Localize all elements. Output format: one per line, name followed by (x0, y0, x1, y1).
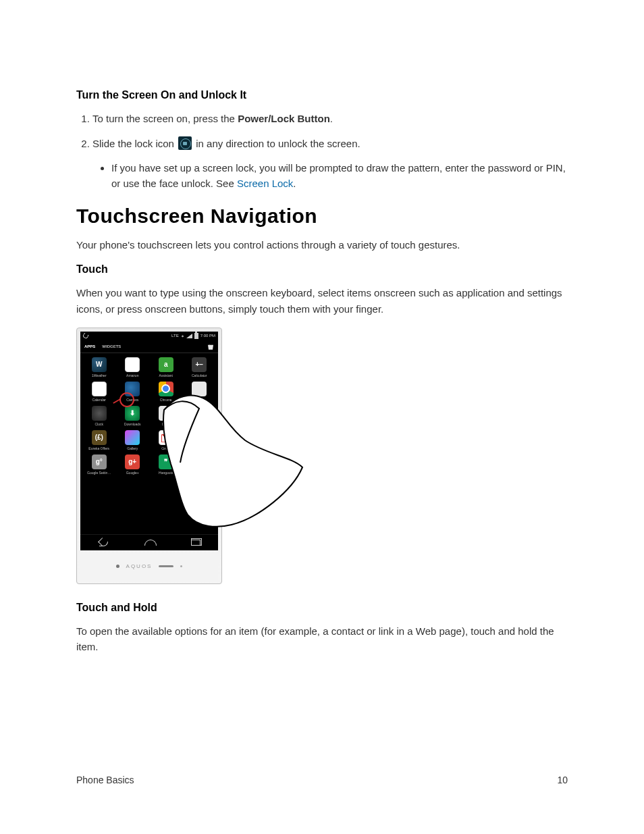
phone-screen: LTE ✶ 7:00 PM APPS WIDGETS W1WeatherAmaz… (80, 332, 218, 550)
app-label: Assistant (153, 373, 180, 377)
app-eureka-offers[interactable]: (£)Eureka Offers (84, 430, 114, 450)
amazon-icon (125, 357, 140, 372)
step-2-text-a: Slide the lock icon (92, 138, 177, 149)
step-2-text-b: in any direction to unlock the screen. (193, 138, 360, 149)
touch-paragraph: When you want to type using the onscreen… (76, 285, 568, 317)
step-1-text-c: . (330, 113, 333, 124)
app-lumen-toolbar[interactable]: Lumen Toolbar (185, 454, 215, 475)
app-label: Google+ (119, 471, 146, 475)
nav-back-icon[interactable] (98, 539, 110, 546)
signal-icon (186, 334, 192, 338)
nav-recent-icon[interactable] (191, 540, 200, 546)
app-amazon[interactable]: Amazon (118, 357, 148, 377)
app-label: Gmail (153, 446, 180, 450)
1weather-icon: W (92, 357, 107, 372)
app-drive[interactable]: Drive (151, 406, 181, 426)
app-assistant[interactable]: aAssistant (151, 357, 181, 377)
google-settin-icon: g° (92, 454, 107, 469)
heading-touch-and-hold: Touch and Hold (76, 602, 568, 614)
drive-icon (159, 406, 173, 421)
downloads-icon: ⬇ (125, 406, 140, 421)
tab-widgets[interactable]: WIDGETS (102, 344, 121, 348)
clip-now-icon (192, 382, 207, 396)
app-label: Clip Now (186, 398, 213, 402)
app-gallery[interactable]: Gallery (118, 430, 148, 450)
app-empty (185, 430, 215, 450)
lock-icon (178, 136, 192, 150)
status-right: LTE ✶ 7:00 PM (171, 333, 215, 339)
tab-apps[interactable]: APPS (84, 344, 95, 348)
app-label: Downloads (119, 422, 146, 426)
status-bar: LTE ✶ 7:00 PM (80, 332, 218, 340)
app-1weather[interactable]: W1Weather (84, 357, 114, 377)
gallery-icon (125, 430, 140, 445)
app-downloads[interactable]: ⬇Downloads (118, 406, 148, 426)
screen-lock-link[interactable]: Screen Lock (237, 178, 293, 189)
app-label: Eureka Offers (86, 446, 113, 450)
document-page: Turn the Screen On and Unlock It To turn… (0, 0, 644, 834)
app-label: Chrome (153, 398, 180, 402)
heading-turn-screen-on: Turn the Screen On and Unlock It (76, 89, 568, 101)
clock-time: 7:00 PM (200, 334, 215, 338)
phone-chin: AQUOS (80, 553, 218, 580)
app-label: Drive (153, 422, 180, 426)
shop-icon[interactable] (207, 343, 214, 350)
battery-icon (194, 333, 198, 339)
heading-touch: Touch (76, 263, 568, 276)
clock-icon (92, 406, 107, 421)
steps-list: To turn the screen on, press the Power/L… (76, 111, 568, 191)
assistant-icon: a (159, 357, 173, 372)
chrome-icon (159, 382, 173, 396)
gmail-icon (159, 430, 173, 445)
step-2-sublist-item: If you have set up a screen lock, you wi… (111, 160, 568, 192)
calculator-icon: +− (192, 357, 207, 372)
step-1-text-a: To turn the screen on, press the (92, 113, 238, 124)
app-label: Hangouts (153, 471, 180, 475)
app-label: Calendar (86, 398, 113, 402)
speaker-slot (159, 565, 173, 567)
brand-label: AQUOS (126, 563, 153, 569)
touch-indicator-icon (119, 392, 134, 407)
power-lock-button-label: Power/Lock Button (238, 113, 330, 124)
app-calculator[interactable]: +−Calculator (185, 357, 215, 377)
app-hangouts[interactable]: ❞Hangouts (151, 454, 181, 475)
app-label: Amazon (119, 373, 146, 377)
app-google[interactable]: g+Google+ (118, 454, 148, 475)
app-label: Calculator (186, 373, 213, 377)
lumen-toolbar-icon (192, 454, 207, 469)
nav-bar (80, 534, 218, 550)
google-icon: g+ (125, 454, 140, 469)
app-google-settin[interactable]: g°Google Settin… (84, 454, 114, 475)
app-label: Clock (86, 422, 113, 426)
app-label: Gallery (119, 446, 146, 450)
page-footer: Phone Basics 10 (76, 775, 568, 785)
app-grid: W1WeatherAmazonaAssistant+−Calculator31C… (80, 353, 218, 476)
step-1: To turn the screen on, press the Power/L… (92, 111, 568, 126)
sync-icon (82, 332, 90, 340)
app-clip-now[interactable]: Clip Now (185, 382, 215, 402)
nav-home-icon[interactable] (144, 540, 157, 546)
calendar-icon: 31 (92, 382, 107, 396)
app-empty (185, 406, 215, 426)
app-label: 1Weather (86, 373, 113, 377)
sub-text-b: . (293, 178, 296, 189)
app-label: Google Settin… (86, 471, 113, 475)
chin-small-dot (180, 565, 182, 567)
app-clock[interactable]: Clock (84, 406, 114, 426)
footer-page-number: 10 (557, 775, 568, 785)
heading-touchscreen-navigation: Touchscreen Navigation (76, 205, 568, 228)
chin-dot (116, 565, 119, 568)
step-2-sublist: If you have set up a screen lock, you wi… (92, 160, 568, 192)
intro-paragraph: Your phone's touchscreen lets you contro… (76, 237, 568, 253)
app-chrome[interactable]: Chrome (151, 382, 181, 402)
footer-section: Phone Basics (76, 775, 134, 785)
app-calendar[interactable]: 31Calendar (84, 382, 114, 402)
app-label: Lumen Toolbar (186, 471, 213, 475)
phone-figure: LTE ✶ 7:00 PM APPS WIDGETS W1WeatherAmaz… (76, 328, 222, 584)
step-2: Slide the lock icon in any direction to … (92, 136, 568, 191)
app-gmail[interactable]: Gmail (151, 430, 181, 450)
drawer-tabbar: APPS WIDGETS (80, 340, 218, 353)
hangouts-icon: ❞ (159, 454, 173, 469)
wifi-icon: ✶ (181, 334, 184, 338)
eureka-offers-icon: (£) (92, 430, 107, 445)
